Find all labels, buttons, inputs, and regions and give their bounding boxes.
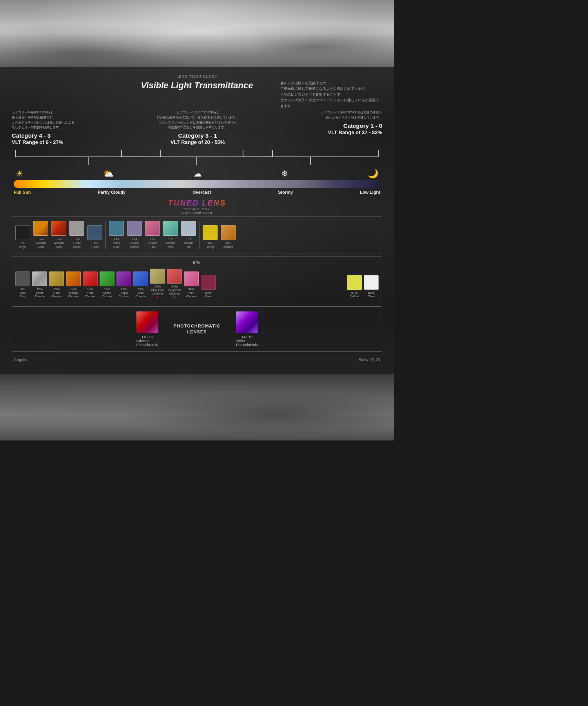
photo-t47-code: T47-16: [241, 335, 252, 339]
everyday-grey-red-jp: JP: [173, 295, 176, 298]
everyday-blue-swatch: [133, 271, 148, 286]
lens-t15-auburn-name: AuburnRed: [54, 241, 64, 249]
everyday-gold-chrome: 13% GoldChrome: [49, 271, 64, 298]
lens-t22-swatch: [87, 225, 102, 240]
everyday-green-swatch: [100, 271, 114, 286]
tuned-lens-logo: TUNED LENS: [12, 198, 382, 207]
gradient-bar: [14, 180, 380, 188]
lens-t61-atomic: T61 Atomic: [221, 225, 236, 249]
everyday-silver-pct: 12%: [36, 287, 43, 291]
category-3-1: カテゴリー1-3(VLT 20-55%)は部分的な曇りから吹雪いている天候下まで…: [157, 110, 238, 145]
everyday-dark-grey-swatch: [15, 271, 30, 286]
everyday-grey-gold-name: Grey GoldChrome: [151, 288, 164, 295]
everyday-gold-pct: 13%: [53, 287, 60, 291]
weather-icons-row: ☀ ⛅ ☁ ❄ 🌙: [12, 169, 382, 179]
everyday-pink-pct: 38%: [188, 287, 194, 291]
label-stormy: Stormy: [278, 190, 293, 195]
lens-t32-name: CoyotePurple: [129, 241, 139, 249]
everyday-orange-swatch: [66, 271, 81, 286]
everyday-green-chrome: 14% GreenChrome: [100, 271, 114, 298]
lens-t6-onyx: T6 Onyx: [15, 225, 30, 249]
gradient-bar-wrapper: [12, 180, 382, 188]
label-low-light: Low Light: [360, 190, 380, 195]
top-image: [0, 0, 394, 67]
everyday-purple-chrome: 23% PurpleChrome: [116, 271, 131, 298]
lens-t61-honey-name: Honey: [205, 245, 214, 249]
everyday-blue-pct: 23%: [138, 287, 144, 291]
everyday-orange-pct: 14%: [70, 287, 76, 291]
everyday-lenses-section: 6% 6% DarkGrey 12% SilverChrome 13% Gold…: [12, 257, 382, 303]
everyday-clear: 82% Clear: [364, 275, 379, 298]
cat-4-3-range: VLT Range of 6 - 27%: [12, 139, 74, 145]
lens-t15-fume-name: FumeSilver: [73, 241, 81, 249]
lens-t33-coyote-pink: T33 CoyotePink: [145, 221, 160, 249]
everyday-red-pct: 14%: [87, 287, 93, 291]
weather-labels-row: Full Sun Partly Cloudy Overcast Stormy L…: [12, 190, 382, 195]
footer-goggles: Goggles: [14, 358, 28, 362]
lens-t48-ice-code: T48: [186, 237, 191, 241]
tuned-lens-boxes-section: T6 Onyx T12 AuburnGold T15 AuburnRed T15…: [12, 217, 382, 253]
lens-t12-name: AuburnGold: [36, 241, 46, 249]
lens-t33-swatch: [145, 221, 160, 236]
photo-t49-16: T49-16 CrimsonPhotochromic: [136, 311, 158, 347]
lens-divider-2: [199, 222, 200, 249]
everyday-rose-pct: 52%: [205, 291, 211, 295]
everyday-grey-red-swatch: [167, 269, 182, 284]
lens-t48-ice-name: AtomicIce: [184, 241, 193, 249]
everyday-yellow-name: Yellow: [350, 295, 358, 298]
everyday-gold-name: GoldChrome: [51, 291, 62, 298]
photo-t49-swatch: [136, 311, 158, 333]
everyday-pink-chrome: 38% PinkChrome: [184, 271, 199, 298]
cat-1-0-jp: カテゴリー0-1(VLT 37-82%)は光量の少ない曇りからナイター時まで適し…: [321, 110, 382, 120]
lens-t28-swatch: [109, 221, 124, 236]
everyday-purple-swatch: [116, 271, 131, 286]
everyday-purple-pct: 23%: [121, 287, 127, 291]
everyday-blue-name: BlueChrome: [136, 291, 146, 298]
label-full-sun: Full Sun: [14, 190, 31, 195]
cat-1-0-title: Category 1 - 0: [321, 122, 382, 129]
lens-t15-fume-swatch: [69, 221, 84, 236]
photo-t47-16: T47-16 VioletPhotochromic: [236, 311, 258, 347]
everyday-gold-swatch: [49, 271, 64, 286]
everyday-pink-name: PinkChrome: [186, 291, 197, 298]
lens-t48-mint-code: T48: [168, 237, 173, 241]
everyday-grey-red-pct: 34%: [171, 285, 178, 288]
everyday-purple-name: PurpleChrome: [119, 291, 129, 298]
bracket-container: [12, 149, 382, 167]
everyday-yellow-pct: 67%: [351, 291, 358, 295]
everyday-pink-swatch: [184, 271, 199, 286]
everyday-green-pct: 14%: [104, 287, 110, 291]
tuned-lens-technology: TECHNOLOGY: [12, 207, 382, 211]
everyday-dark-grey-name: DarkGrey: [20, 291, 26, 298]
photo-title-line2: LENSES: [174, 329, 220, 335]
lens-tech-label: LENS TECHNOLOGY: [12, 75, 382, 78]
lens-t61-atomic-name: Atomic: [223, 245, 233, 249]
everyday-clear-name: Clear: [368, 295, 375, 298]
t22-note: (T22 = Tuned+VLT%): [12, 211, 382, 215]
low-light-icon: 🌙: [368, 169, 378, 179]
tuned-lens-area: TUNED LENS TECHNOLOGY (T22 = Tuned+VLT%): [12, 198, 382, 215]
overcast-icon: ☁: [193, 169, 202, 179]
cat-4-3-jp: カテゴリー3-4(VLT 6-20%)は最も明るい快晴時に最適です。このカテゴリ…: [12, 110, 74, 130]
everyday-grey-red-name: Grey RedChrome: [168, 288, 181, 295]
lens-t28-moss-blue: T28 MossBlue: [109, 221, 124, 249]
everyday-silver-chrome: 12% SilverChrome: [32, 271, 47, 298]
cat-3-1-title: Category 3 - 1: [157, 132, 238, 139]
footer-snow: Snow 23_24: [358, 358, 380, 362]
lens-t61-atomic-code: T61: [225, 241, 231, 245]
photo-t49-code: T49-16: [142, 335, 153, 339]
everyday-red-chrome: 14% RedChrome: [83, 271, 98, 298]
bracket-svg: [12, 149, 382, 167]
lens-t6-swatch: [15, 225, 30, 240]
everyday-silver-swatch: [32, 271, 47, 286]
everyday-clear-pct: 82%: [368, 291, 374, 295]
lens-t12-auburn-gold: T12 AuburnGold: [33, 221, 48, 249]
everyday-grey-gold-swatch: [150, 269, 165, 284]
tuned-lens-boxes-row: T6 Onyx T12 AuburnGold T15 AuburnRed T15…: [15, 221, 379, 249]
everyday-orange-name: OrangeChrome: [68, 291, 79, 298]
partly-cloudy-icon: ⛅: [103, 169, 114, 179]
everyday-grey-gold-pct: 25%: [154, 285, 161, 288]
lens-t61-honey: T61 Honey: [203, 225, 218, 249]
lens-t15-auburn-red: T15 AuburnRed: [51, 221, 66, 249]
label-partly-cloudy: Partly Cloudy: [98, 190, 125, 195]
